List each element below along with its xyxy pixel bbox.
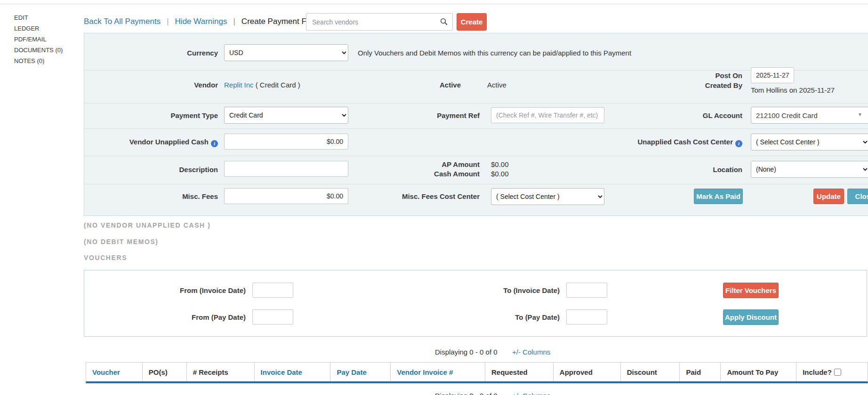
column-label: Pay Date	[337, 368, 366, 376]
column-label: # Receipts	[193, 368, 228, 376]
column-header-vendor-invoice[interactable]: Vendor Invoice #	[391, 363, 485, 381]
payment-ref-label: Payment Ref	[386, 111, 480, 119]
column-label: PO(s)	[149, 368, 168, 376]
vendor-suffix: ( Credit Card )	[256, 81, 300, 89]
currency-select[interactable]: USD	[224, 44, 348, 61]
active-value: Active	[487, 81, 506, 89]
gl-account-label: GL Account	[648, 111, 742, 119]
vendor-search	[306, 13, 453, 31]
ap-amount-label: AP Amount	[386, 160, 480, 168]
displaying-count: Displaying 0 - 0 of 0	[435, 348, 498, 356]
ap-amount-value: $0.00	[491, 160, 509, 168]
column-label: Vendor Invoice #	[397, 368, 453, 376]
column-label: Voucher	[92, 368, 120, 376]
column-header-approved[interactable]: Approved	[554, 363, 621, 381]
sidebar-item-pdf-email[interactable]: PDF/EMAIL	[14, 36, 47, 43]
plus-minus-columns-link[interactable]: +/- Columns	[512, 348, 550, 356]
plus-minus-columns-link-bottom[interactable]: +/- Columns	[512, 392, 550, 395]
payment-type-label: Payment Type	[124, 111, 218, 119]
from-invoice-date-input[interactable]	[252, 283, 293, 298]
location-label: Location	[648, 166, 742, 174]
location-select[interactable]: (None)	[751, 161, 868, 178]
cash-amount-value: $0.00	[491, 170, 509, 178]
created-by-label: Created By	[648, 81, 742, 89]
column-header-discount[interactable]: Discount	[621, 363, 680, 381]
mark-as-paid-button[interactable]: Mark As Paid	[694, 189, 743, 204]
vendor-unapplied-cash-input[interactable]	[224, 134, 348, 150]
to-pay-date-label: To (Pay Date)	[466, 313, 560, 321]
hide-warnings-link[interactable]: Hide Warnings	[175, 17, 227, 26]
section-vouchers: VOUCHERS	[84, 254, 127, 261]
apply-discount-button[interactable]: Apply Discount	[723, 309, 779, 325]
cash-amount-label: Cash Amount	[386, 170, 480, 178]
toolbar: Back To All Payments | Hide Warnings | C…	[84, 17, 341, 26]
post-on-label: Post On	[648, 71, 742, 79]
from-pay-date-label: From (Pay Date)	[152, 313, 246, 321]
sidebar-item-ledger[interactable]: LEDGER	[14, 25, 39, 32]
voucher-filter-panel: From (Invoice Date) To (Invoice Date) Fi…	[84, 270, 867, 337]
description-input[interactable]	[224, 161, 348, 177]
column-label: Requested	[491, 368, 528, 376]
column-label: Amount To Pay	[727, 368, 778, 376]
row-divider	[84, 156, 868, 156]
unapplied-cash-cost-center-label: Unapplied Cash Cost Centeri	[615, 138, 742, 147]
gl-account-combobox[interactable]: 212100 Credit Card ▼	[751, 107, 868, 124]
column-header-voucher[interactable]: Voucher	[86, 363, 143, 381]
section-no-vendor-unapplied-cash: (NO VENDOR UNAPPLIED CASH )	[84, 221, 211, 229]
column-header-invoice-date[interactable]: Invoice Date	[255, 363, 331, 381]
vendor-label: Vendor	[124, 81, 218, 89]
column-header-include: Include?	[796, 363, 868, 381]
column-header-pos[interactable]: PO(s)	[143, 363, 187, 381]
payment-detail-page: EDIT LEDGER PDF/EMAIL DOCUMENTS (0) NOTE…	[0, 0, 868, 395]
column-header-paid[interactable]: Paid	[680, 363, 721, 381]
gl-account-value: 212100 Credit Card	[756, 111, 818, 119]
misc-fees-cost-center-label: Misc. Fees Cost Center	[386, 192, 480, 200]
column-label: Paid	[686, 368, 701, 376]
created-by-value: Tom Hollins on 2025-11-27	[751, 86, 835, 94]
unapplied-cash-cost-center-label-text: Unapplied Cash Cost Center	[637, 138, 733, 146]
unapplied-cash-cost-center-select[interactable]: ( Select Cost Center )	[751, 134, 868, 150]
vendor-unapplied-cash-label: Vendor Unapplied Cashi	[91, 138, 218, 147]
payment-form-panel: Currency USD Only Vouchers and Debit Mem…	[84, 33, 868, 216]
sidebar-item-notes[interactable]: NOTES (0)	[14, 57, 44, 64]
vendor-search-input[interactable]	[306, 13, 453, 31]
row-divider	[84, 103, 868, 103]
displaying-count-bottom: Displaying 0 - 0 of 0	[435, 392, 498, 395]
payment-type-select[interactable]: Credit Card	[224, 107, 348, 124]
from-pay-date-input[interactable]	[252, 309, 293, 324]
currency-label: Currency	[124, 49, 218, 57]
to-pay-date-input[interactable]	[566, 309, 607, 324]
column-header-amount-to-pay[interactable]: Amount To Pay	[721, 363, 796, 381]
column-header-pay-date[interactable]: Pay Date	[330, 363, 391, 381]
column-header-receipts[interactable]: # Receipts	[187, 363, 255, 381]
to-invoice-date-input[interactable]	[566, 283, 607, 298]
column-label: Include?	[803, 368, 832, 376]
filter-vouchers-button[interactable]: Filter Vouchers	[723, 283, 779, 298]
chevron-down-icon: ▼	[858, 112, 862, 117]
post-on-date-input[interactable]	[751, 67, 794, 83]
info-icon[interactable]: i	[735, 140, 742, 147]
column-label: Approved	[560, 368, 593, 376]
column-header-requested[interactable]: Requested	[485, 363, 554, 381]
back-to-all-payments-link[interactable]: Back To All Payments	[84, 17, 161, 26]
misc-fees-cost-center-select[interactable]: ( Select Cost Center )	[491, 188, 604, 205]
misc-fees-input[interactable]	[224, 188, 348, 204]
vendor-value: Replit Inc ( Credit Card )	[224, 81, 300, 89]
create-button[interactable]: Create	[457, 13, 487, 31]
description-label: Description	[124, 166, 218, 174]
include-all-checkbox[interactable]	[834, 369, 841, 376]
sidebar-item-documents[interactable]: DOCUMENTS (0)	[14, 47, 63, 54]
update-button[interactable]: Update	[813, 189, 844, 204]
currency-note: Only Vouchers and Debit Memos with this …	[358, 49, 631, 57]
payment-ref-input[interactable]	[491, 107, 604, 123]
info-icon[interactable]: i	[211, 140, 218, 147]
row-divider	[84, 184, 868, 184]
to-invoice-date-label: To (Invoice Date)	[466, 286, 560, 294]
search-icon[interactable]	[440, 17, 448, 28]
close-button[interactable]: Close	[847, 189, 868, 204]
misc-fees-label: Misc. Fees	[124, 192, 218, 200]
column-label: Discount	[627, 368, 657, 376]
row-divider	[84, 128, 868, 129]
vendor-link[interactable]: Replit Inc	[224, 81, 254, 89]
sidebar-item-edit[interactable]: EDIT	[14, 14, 28, 21]
